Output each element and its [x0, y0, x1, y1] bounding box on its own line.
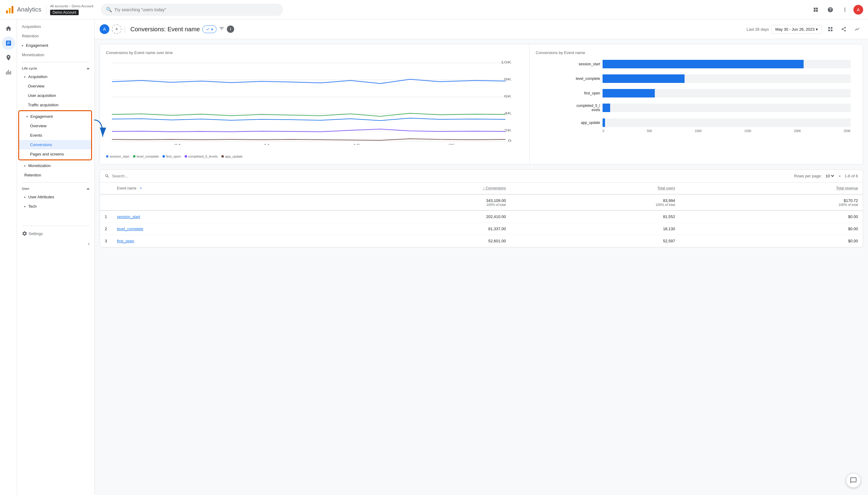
- svg-rect-0: [6, 10, 8, 13]
- engagement-group-highlighted: ▾ Engagement Overview Events Conversions…: [18, 110, 92, 160]
- legend-dot-first-open: [163, 155, 165, 158]
- col-conversions-label: ↓ Conversions: [483, 186, 506, 190]
- row1-name[interactable]: session_start: [112, 210, 321, 223]
- account-name-box: Demo Account: [50, 10, 79, 15]
- main-content: Conversions by Event name over time 10K …: [95, 39, 868, 495]
- sidebar-bottom: Settings ‹: [17, 211, 95, 249]
- row2-users: 18,130: [511, 223, 680, 235]
- user-section-header[interactable]: User: [17, 185, 95, 192]
- filter-bar: A + | Conversions: Event name ▾ i Last 2…: [95, 19, 868, 39]
- sidebar-user-attributes-label: User Attributes: [28, 195, 54, 199]
- filter-funnel-icon[interactable]: [219, 26, 224, 33]
- analytics-logo: [5, 5, 15, 15]
- sidebar-acq-overview[interactable]: Overview: [17, 81, 95, 91]
- user-chevron-icon: [87, 188, 90, 189]
- user-attributes-expand-icon: ▸: [24, 195, 26, 199]
- sidebar-traffic-acquisition[interactable]: Traffic acquisition: [17, 100, 95, 109]
- col-event-name[interactable]: Event name +: [112, 183, 321, 194]
- legend-label-level-complete: level_complete: [137, 155, 159, 158]
- svg-rect-2: [12, 6, 13, 13]
- table-search-input[interactable]: [112, 174, 173, 178]
- svg-text:10K: 10K: [501, 61, 512, 64]
- bar-row-session-start: session_start: [569, 60, 851, 68]
- col-total-users[interactable]: Total users: [511, 183, 680, 194]
- info-circle[interactable]: i: [227, 25, 234, 33]
- sidebar-reports-icon[interactable]: [2, 36, 15, 50]
- row3-rank: 3: [100, 235, 112, 247]
- add-comparison-btn[interactable]: +: [112, 24, 121, 34]
- sidebar-conversions-label: Conversions: [30, 142, 52, 147]
- sidebar-events[interactable]: Events: [19, 131, 91, 140]
- chat-btn[interactable]: [846, 473, 861, 488]
- bar-label-level-complete: level_complete: [569, 76, 602, 81]
- divider2: [22, 182, 90, 183]
- sidebar-engagement-parent[interactable]: ▸ Engagement: [17, 41, 95, 50]
- totals-conversions-value: 343,109.00: [326, 198, 506, 203]
- help-icon[interactable]: [824, 4, 836, 16]
- search-bar[interactable]: 🔍: [101, 4, 283, 16]
- sidebar-tech[interactable]: ▸ Tech: [17, 202, 95, 211]
- sidebar-acquisition-label: Acquisition: [22, 24, 41, 29]
- sidebar-engagement-group[interactable]: ▾ Engagement: [19, 112, 91, 121]
- sidebar-retention-lifecycle-label: Retention: [24, 173, 41, 177]
- chat-icon: [850, 477, 857, 484]
- bar-label-completed5: completed_5_levels: [569, 104, 602, 113]
- row2-name[interactable]: level_complete: [112, 223, 321, 235]
- avatar[interactable]: A: [853, 5, 863, 15]
- sidebar-retention-label: Retention: [22, 34, 39, 38]
- line-chart-area: Conversions by Event name over time 10K …: [100, 44, 530, 164]
- lifecycle-label: Life cycle: [22, 67, 37, 70]
- app-title: Analytics: [17, 6, 41, 13]
- sidebar-collapse-btn[interactable]: ‹: [17, 239, 95, 249]
- sidebar-explore-icon[interactable]: [2, 51, 15, 64]
- grid-icon[interactable]: [810, 4, 822, 16]
- line-chart-legend: session_start level_complete first_open: [106, 155, 523, 158]
- more-icon[interactable]: [839, 4, 851, 16]
- legend-session-start: session_start: [106, 155, 130, 158]
- left-sidebar: Acquisition Retention ▸ Engagement Monet…: [17, 19, 95, 495]
- sidebar-user-acquisition[interactable]: User acquisition: [17, 91, 95, 100]
- filter-check-btn[interactable]: ▾: [202, 25, 217, 33]
- bar-row-app-update: app_update: [569, 118, 851, 127]
- totals-revenue-pct: 100% of total: [685, 203, 858, 206]
- table-search[interactable]: [105, 174, 790, 178]
- bar-fill-session-start: [602, 60, 804, 68]
- totals-revenue-cell: $170.72 100% of total: [680, 194, 863, 210]
- legend-dot-level-complete: [133, 155, 135, 158]
- row3-name[interactable]: first_open: [112, 235, 321, 247]
- sidebar-home-icon[interactable]: [2, 22, 15, 35]
- sidebar-settings[interactable]: Settings: [17, 228, 95, 239]
- col-total-revenue[interactable]: Total revenue: [680, 183, 863, 194]
- bar-x-axis: 0 50K 100K 150K 200K 250K: [602, 130, 851, 133]
- add-dimension-btn[interactable]: +: [140, 186, 142, 190]
- sidebar-pages-screens[interactable]: Pages and screens: [19, 149, 91, 159]
- sidebar-retention-lifecycle[interactable]: Retention: [17, 170, 95, 180]
- divider1: [22, 62, 90, 62]
- sidebar-engagement-group-label: Engagement: [30, 114, 53, 119]
- share-icon[interactable]: [838, 23, 850, 35]
- legend-dot-completed5: [185, 155, 187, 158]
- col-conversions[interactable]: ↓ Conversions: [321, 183, 511, 194]
- sidebar-engagement-overview[interactable]: Overview: [19, 121, 91, 131]
- lifecycle-section-header[interactable]: Life cycle: [17, 65, 95, 72]
- sidebar-conversions[interactable]: Conversions: [19, 140, 91, 149]
- rows-per-page-select[interactable]: 10 25 50: [824, 173, 835, 178]
- sidebar-user-attributes[interactable]: ▸ User Attributes: [17, 192, 95, 202]
- sidebar-monetization-group[interactable]: ▸ Monetization: [17, 161, 95, 170]
- chart-icon[interactable]: [851, 23, 863, 35]
- totals-users-pct: 100% of total: [516, 203, 675, 206]
- table-view-icon[interactable]: [824, 23, 836, 35]
- sidebar-advertising-icon[interactable]: [2, 66, 15, 79]
- sidebar-acq-group[interactable]: ▸ Acquisition: [17, 72, 95, 81]
- bar-track-level-complete: [602, 74, 851, 83]
- search-input[interactable]: [115, 7, 278, 12]
- table-totals-row: 343,109.00 100% of total 83,994 100% of …: [100, 194, 863, 210]
- engagement-expand-icon: ▾: [27, 115, 28, 118]
- sidebar-retention[interactable]: Retention: [17, 31, 95, 41]
- date-range-picker[interactable]: May 30 - Jun 26, 2023 ▾: [771, 25, 822, 34]
- sidebar-acquisition[interactable]: Acquisition: [17, 22, 95, 31]
- bar-label-app-update: app_update: [569, 121, 602, 125]
- breadcrumb: All accounts › Demo Account Demo Account: [50, 4, 97, 15]
- totals-users-cell: 83,994 100% of total: [511, 194, 680, 210]
- sidebar-monetization[interactable]: Monetization: [17, 50, 95, 59]
